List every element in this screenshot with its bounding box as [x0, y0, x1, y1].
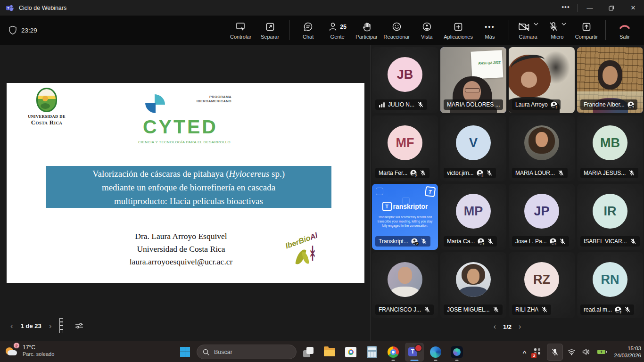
windows-taskbar: 2 17°C Parc. soleado	[0, 341, 644, 362]
people-button[interactable]: 25 Gente	[323, 17, 352, 43]
taskbar-center: T	[175, 342, 466, 362]
grid-view-icon[interactable]	[59, 318, 67, 333]
participant-tile-francisco[interactable]: FRANCISCO J...	[372, 252, 438, 318]
calculator-button[interactable]	[363, 343, 381, 362]
teams-app-icon: T	[6, 4, 14, 12]
profile-photo	[388, 262, 422, 297]
participant-tile-jose-miguel[interactable]: JOSE MIGUEL...	[440, 252, 506, 318]
restore-button[interactable]	[601, 0, 622, 16]
share-button[interactable]: Compartir	[572, 17, 601, 43]
weather-badge: 2	[13, 342, 20, 349]
taskbar-clock[interactable]: 15:03 24/03/2026	[614, 345, 641, 359]
apps-button[interactable]: Aplicaciones	[441, 17, 475, 43]
tray-mic-button[interactable]	[547, 344, 563, 361]
close-button[interactable]: ✕	[622, 0, 644, 16]
participant-tile-maria-jesus[interactable]: MB MARIA JESUS...	[577, 115, 643, 181]
mic-muted-icon	[559, 238, 566, 245]
system-tray: ^ 2	[521, 342, 641, 362]
mic-muted-icon	[624, 306, 631, 313]
participant-tile-readai[interactable]: RN read.ai m... ?	[577, 252, 643, 318]
pager-next-button[interactable]: ›	[519, 322, 521, 331]
volume-button[interactable]	[580, 344, 592, 361]
window-more-options-icon[interactable]: •••	[555, 0, 577, 15]
participant-name-label: Marta Fer... ?	[375, 168, 429, 178]
slide-author-block: Dra. Laura Arroyo Esquivel Universidad d…	[63, 230, 299, 268]
popout-icon	[265, 21, 275, 33]
divider	[289, 20, 289, 40]
hidden-icons-chevron[interactable]: ^	[521, 345, 528, 362]
popout-button[interactable]: Separar	[256, 17, 285, 43]
mic-muted-icon	[493, 306, 499, 313]
pager-previous-button[interactable]: ‹	[494, 322, 496, 331]
participant-tile-jose-l[interactable]: JP Jose L. Pa... !	[509, 184, 575, 250]
avatar: MP	[456, 194, 491, 229]
tray-notification-badge: 2	[531, 353, 537, 358]
search-icon	[203, 349, 209, 355]
file-explorer-button[interactable]	[320, 343, 339, 362]
author-email: laura.arroyoesquivel@ucr.ac.cr	[63, 255, 299, 268]
participant-tile-isabel[interactable]: IR ISABEL VICAR...	[577, 184, 643, 250]
cyted-wordmark: CYTED	[143, 116, 218, 138]
task-view-button[interactable]	[299, 343, 318, 362]
participant-tile-maria-ca[interactable]: MP María Ca... !	[440, 184, 506, 250]
participant-tile-maria-lourdes[interactable]: MARIA LOUR...	[509, 115, 575, 181]
participant-tile-rili[interactable]: RZ RILI ZHA	[509, 252, 575, 318]
participant-tile-victor[interactable]: V victor.jim... !	[440, 115, 506, 181]
battery-button[interactable]	[595, 344, 609, 361]
chrome-app-window-button[interactable]	[341, 343, 360, 362]
participant-name-label: María Ca... !	[444, 236, 497, 247]
taskbar-search[interactable]	[197, 345, 297, 359]
participants-pager: ‹ 1/2 ›	[371, 322, 644, 331]
camera-chevron-down-icon[interactable]	[534, 22, 538, 26]
slide-page-indicator: 1 de 23	[21, 322, 41, 329]
folder-icon	[324, 348, 335, 356]
react-button[interactable]: Reaccionar	[381, 17, 413, 43]
minimize-button[interactable]: —	[579, 0, 601, 16]
person-alert-icon: !	[478, 238, 484, 245]
apps-plus-icon	[454, 21, 463, 33]
next-slide-button[interactable]: ›	[49, 322, 52, 330]
participant-tile-transkriptor[interactable]: T T ranskriptor Transkriptor will seamle…	[372, 184, 438, 250]
meeting-main-area: UNIVERSIDAD DE Costa Rica PROGRAMA IBERO…	[0, 45, 644, 341]
whiteboard: RASEQA 2022	[471, 50, 504, 79]
more-button[interactable]: ••• Más	[475, 17, 504, 43]
iberbioal-logo: IberBioAl ᚼ	[284, 233, 336, 272]
start-button[interactable]	[175, 343, 194, 362]
raise-hand-button[interactable]: Participar	[352, 17, 381, 43]
mic-chevron-down-icon[interactable]	[561, 22, 566, 26]
participant-tile-maria-dolores[interactable]: RASEQA 2022 MARIA DOLORES ...	[440, 47, 506, 113]
calculator-icon	[367, 346, 377, 358]
presentation-stage: UNIVERSIDAD DE Costa Rica PROGRAMA IBERO…	[0, 45, 371, 341]
more-dots-icon: •••	[485, 21, 495, 33]
control-button[interactable]: Controlar	[226, 17, 256, 43]
leave-button[interactable]: Salir	[610, 17, 639, 43]
view-button[interactable]: Vista	[412, 17, 441, 43]
mic-button[interactable]: Micro	[543, 17, 572, 43]
filter-sliders-icon[interactable]	[75, 322, 83, 329]
participant-tile-laura-arroyo[interactable]: Laura Arroyo !	[509, 47, 575, 113]
chrome-icon	[388, 346, 399, 358]
chat-button[interactable]: Chat	[294, 17, 323, 43]
participant-name-label: RILI ZHA	[512, 304, 551, 315]
camera-button[interactable]: Cámara	[513, 17, 543, 43]
search-input[interactable]	[213, 348, 286, 356]
participant-name-label: Francine Alber... ?	[580, 99, 637, 110]
teams-tray-button[interactable]: 2	[531, 344, 544, 361]
transkriptor-description: Transkriptor will seamlessly record and …	[375, 215, 435, 228]
mic-muted-icon	[424, 306, 430, 313]
participant-name-label: victor.jim... !	[444, 168, 496, 178]
cyted-pinwheel-icon	[144, 94, 166, 114]
chrome-button[interactable]	[384, 343, 403, 362]
participant-count: 25	[340, 24, 347, 30]
weather-widget[interactable]: 2 17°C Parc. soleado	[5, 344, 54, 358]
previous-slide-button[interactable]: ‹	[10, 322, 13, 330]
edge-button[interactable]	[426, 343, 445, 362]
webex-button[interactable]	[447, 343, 466, 362]
teams-taskbar-button[interactable]: T	[405, 343, 424, 362]
participant-tile-julio[interactable]: JB JULIO N...	[372, 47, 438, 113]
participant-tile-francine[interactable]: Francine Alber... ?	[577, 47, 643, 113]
mic-muted-icon	[421, 238, 427, 245]
speaker-icon	[582, 348, 590, 355]
wifi-button[interactable]	[566, 344, 578, 361]
participant-tile-marta[interactable]: MF Marta Fer... ?	[372, 115, 438, 181]
